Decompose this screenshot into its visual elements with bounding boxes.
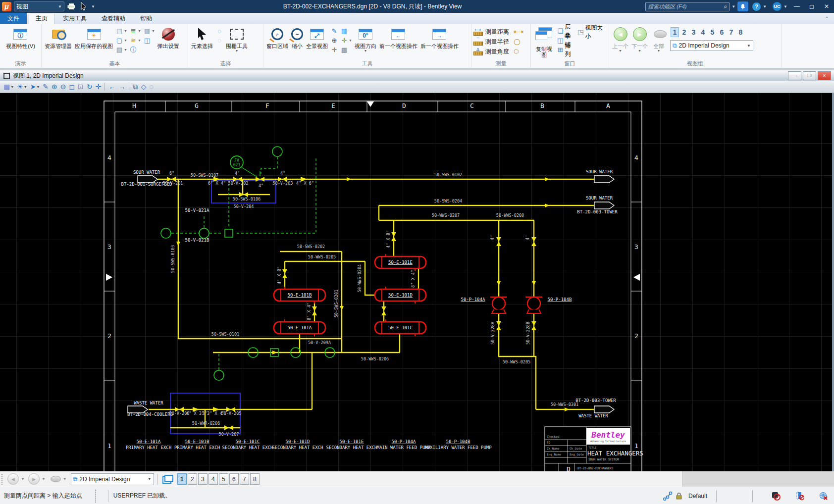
view-toggle-1[interactable]: 1: [671, 27, 679, 37]
view-rotation-button[interactable]: 0° 视图方向 ▼: [353, 25, 378, 53]
tab-file[interactable]: 文件: [0, 13, 27, 24]
zoom-out-button[interactable]: − 缩小: [290, 25, 305, 50]
references-button[interactable]: ▦▼: [143, 26, 155, 36]
locks-button[interactable]: [674, 491, 684, 502]
compass-dropdown[interactable]: ▼: [63, 477, 67, 481]
view-display-button[interactable]: ▦: [340, 26, 352, 36]
view-toggle-3[interactable]: 3: [198, 473, 208, 485]
explorer-button[interactable]: 资源管理器: [43, 25, 73, 50]
no-sign-button[interactable]: [771, 491, 782, 502]
back-view-group-button[interactable]: ◀: [7, 473, 19, 485]
brush-button[interactable]: ✎: [41, 82, 50, 92]
toolbar-grip[interactable]: [1, 474, 4, 485]
tab-view-aids[interactable]: 查看辅助: [95, 13, 132, 24]
apply-saved-view-button[interactable]: ☀ 应用保存的视图: [73, 25, 114, 50]
forward-view-group-button[interactable]: ▶: [28, 473, 40, 485]
active-selection-button[interactable]: ◌: [215, 26, 223, 36]
quick-access-menu[interactable]: 视图 ▼: [14, 1, 64, 11]
notifications-button[interactable]: [737, 1, 748, 11]
measure-angle-button[interactable]: ∆ 测量角度 ⬡: [473, 47, 519, 56]
user-avatar[interactable]: UC: [773, 2, 782, 11]
arrange-button[interactable]: ⊞排列: [557, 45, 576, 54]
add-view-button[interactable]: ✛▼: [340, 36, 352, 45]
view-size-button[interactable]: ◳ 视图大小: [577, 27, 607, 37]
view-toggle-4[interactable]: 4: [699, 27, 707, 37]
next-view-button[interactable]: →: [117, 82, 127, 92]
view-toggle-4[interactable]: 4: [208, 473, 218, 485]
levels-button[interactable]: ≋▼: [129, 36, 141, 45]
minimize-button[interactable]: —: [789, 0, 804, 13]
view-next-button[interactable]: → 后一个视图操作: [419, 25, 460, 50]
dynamic-zoom-button[interactable]: ◌: [148, 82, 155, 92]
view-toggle-6[interactable]: 6: [718, 27, 726, 37]
view-cube-button[interactable]: ◇: [139, 82, 148, 92]
active-workflow[interactable]: Default: [688, 493, 707, 500]
zoom-out-button[interactable]: ⊖: [59, 82, 68, 92]
quick-access-overflow[interactable]: ▼: [91, 4, 95, 9]
zoom-in-button[interactable]: ⊕: [50, 82, 59, 92]
view-toggle-8[interactable]: 8: [736, 27, 745, 37]
window-area-button[interactable]: ⌕ 窗口区域: [265, 25, 290, 50]
view-toggle-3[interactable]: 3: [689, 27, 698, 37]
back-dropdown[interactable]: ▼: [21, 477, 25, 481]
item-info-button[interactable]: ⓘ: [129, 45, 141, 54]
sheet-button[interactable]: ▤▼: [115, 45, 127, 54]
view-toggle-7[interactable]: 7: [240, 473, 249, 485]
maximize-button[interactable]: ◻: [804, 0, 819, 13]
element-selection-quick-button[interactable]: [78, 1, 89, 11]
status-grip[interactable]: [95, 490, 98, 503]
web-error-button[interactable]: [818, 491, 829, 502]
new-file-button[interactable]: ▤▼: [115, 26, 127, 36]
view-toggle-5[interactable]: 5: [708, 27, 717, 37]
next-viewgroup-button[interactable]: ▶ 下一个 ▼: [630, 25, 649, 53]
account-dropdown[interactable]: ▼: [783, 4, 787, 9]
previous-viewgroup-button[interactable]: ◀ 上一个 ▼: [611, 25, 630, 53]
view-toggle-8[interactable]: 8: [250, 473, 260, 485]
view-restore-button[interactable]: ❐: [803, 71, 816, 80]
measure-radius-button[interactable]: ⌒ 测量半径 ◯: [473, 37, 520, 47]
view-previous-button[interactable]: ← 前一个视图操作: [378, 25, 419, 50]
view-close-button[interactable]: ✕: [818, 71, 831, 80]
view-group-select[interactable]: ⧉ 2D Imperial Design ▼: [670, 40, 753, 51]
copy-view-button[interactable]: 复制视图: [532, 28, 556, 59]
active-view-group-select[interactable]: ⧉ 2D Imperial Design ▼: [71, 473, 154, 485]
pan-view-button[interactable]: ✛: [330, 45, 338, 54]
update-view-button[interactable]: ✎: [330, 26, 338, 36]
search-scope-dropdown[interactable]: ▼: [731, 4, 735, 9]
tab-help[interactable]: 帮助: [134, 13, 158, 24]
help-dropdown[interactable]: ▼: [763, 4, 767, 9]
view-attributes-button[interactable]: ⓘ 视图特性(V): [4, 25, 37, 50]
rotate-view-button[interactable]: ↻: [85, 82, 94, 92]
zoom-window-button[interactable]: ◻: [68, 82, 77, 92]
all-views-dropdown[interactable]: ▼: [657, 49, 661, 52]
view-rotation-dropdown-icon[interactable]: ▼: [364, 49, 367, 52]
brightness-button[interactable]: ☀▼: [15, 82, 29, 92]
models-button[interactable]: ≣▼: [129, 26, 141, 36]
window-list-button[interactable]: ▢▼: [115, 36, 127, 45]
view-attributes-button[interactable]: ▦▼: [2, 82, 15, 92]
previous-view-button[interactable]: ←: [107, 82, 117, 92]
view-toggle-1[interactable]: 1: [177, 473, 187, 485]
close-button[interactable]: ✕: [819, 0, 834, 13]
print-button[interactable]: [66, 1, 77, 11]
all-views-button[interactable]: 全部 ▼: [649, 25, 668, 53]
archive-disabled-button[interactable]: [794, 491, 805, 502]
view-toggle-7[interactable]: 7: [727, 27, 735, 37]
view-windows-icon[interactable]: [162, 475, 173, 484]
view-toggle-6[interactable]: 6: [229, 473, 239, 485]
inactive-selection-button[interactable]: ◌: [215, 36, 223, 45]
fit-view-button[interactable]: ⤢ 全景视图: [305, 25, 329, 50]
popset-button[interactable]: 弹出设置: [156, 25, 181, 50]
previous-viewgroup-dropdown[interactable]: ▼: [619, 49, 622, 52]
collapse-ribbon-icon[interactable]: ⌃: [825, 16, 829, 21]
copy-view-button[interactable]: ⧉: [131, 82, 139, 92]
shade-view-button[interactable]: ▩: [340, 45, 352, 54]
element-cursor-button[interactable]: ➤▼: [29, 82, 42, 92]
element-selection-button[interactable]: 元素选择: [190, 25, 214, 50]
next-viewgroup-dropdown[interactable]: ▼: [638, 49, 641, 52]
view-toggle-2[interactable]: 2: [680, 27, 688, 37]
ribbon-search-input[interactable]: 搜索功能区 (F4) ⌕: [645, 2, 730, 11]
raster-button[interactable]: ◫: [143, 36, 155, 45]
view-minimize-button[interactable]: —: [788, 71, 801, 80]
fence-tools-button[interactable]: 围栅工具 ▼: [224, 25, 249, 53]
